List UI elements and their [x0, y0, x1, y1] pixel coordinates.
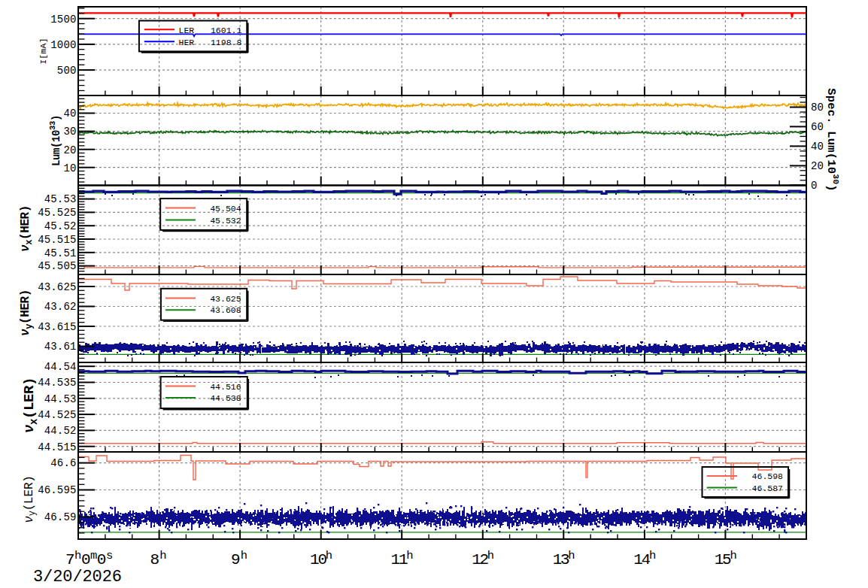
svg-text:500: 500: [57, 65, 77, 77]
svg-text:45.52: 45.52: [44, 220, 77, 232]
svg-text:44.54: 44.54: [44, 361, 77, 373]
svg-text:45.515: 45.515: [38, 234, 76, 246]
svg-text:7h0m0s: 7h0m0s: [65, 549, 113, 568]
svg-text:45.525: 45.525: [38, 207, 76, 219]
svg-text:46.598: 46.598: [752, 471, 784, 481]
svg-text:44.52: 44.52: [44, 425, 77, 437]
svg-text:45.51: 45.51: [44, 247, 77, 259]
svg-text:44.538: 44.538: [210, 393, 241, 403]
svg-text:20: 20: [63, 144, 76, 156]
svg-text:1601.1: 1601.1: [211, 26, 242, 35]
svg-text:46.595: 46.595: [38, 484, 76, 496]
svg-text:44.53: 44.53: [44, 393, 77, 405]
svg-text:30: 30: [63, 126, 76, 138]
svg-text:10: 10: [63, 162, 76, 174]
svg-text:60: 60: [811, 121, 824, 133]
svg-text:1198.8: 1198.8: [211, 38, 242, 47]
svg-text:45.505: 45.505: [38, 260, 76, 272]
svg-text:46.587: 46.587: [752, 483, 783, 493]
svg-text:43.61: 43.61: [44, 341, 77, 353]
svg-text:43.615: 43.615: [38, 321, 76, 333]
svg-text:40: 40: [811, 141, 824, 153]
svg-text:46.59: 46.59: [44, 511, 77, 523]
svg-text:44.535: 44.535: [38, 377, 76, 389]
svg-text:45.53: 45.53: [44, 193, 77, 205]
svg-text:43.625: 43.625: [38, 281, 76, 293]
svg-text:45.532: 45.532: [210, 216, 241, 226]
svg-text:3/20/2026: 3/20/2026: [33, 568, 122, 586]
svg-text:LER: LER: [179, 26, 195, 35]
svg-text:I[mA]: I[mA]: [38, 38, 48, 65]
svg-text:45.504: 45.504: [210, 204, 241, 214]
svg-text:80: 80: [811, 102, 824, 114]
svg-text:1000: 1000: [50, 39, 76, 51]
svg-text:43.608: 43.608: [210, 305, 241, 315]
svg-text:44.515: 44.515: [38, 441, 76, 453]
svg-text:44.516: 44.516: [210, 382, 241, 392]
svg-text:0: 0: [811, 180, 818, 192]
svg-text:20: 20: [811, 160, 824, 172]
svg-text:40: 40: [63, 108, 76, 120]
svg-text:HER: HER: [179, 38, 195, 47]
svg-text:44.525: 44.525: [38, 409, 76, 421]
svg-text:1500: 1500: [50, 14, 76, 26]
svg-text:43.62: 43.62: [44, 301, 77, 313]
svg-text:46.6: 46.6: [50, 457, 76, 469]
svg-text:43.625: 43.625: [210, 294, 241, 304]
